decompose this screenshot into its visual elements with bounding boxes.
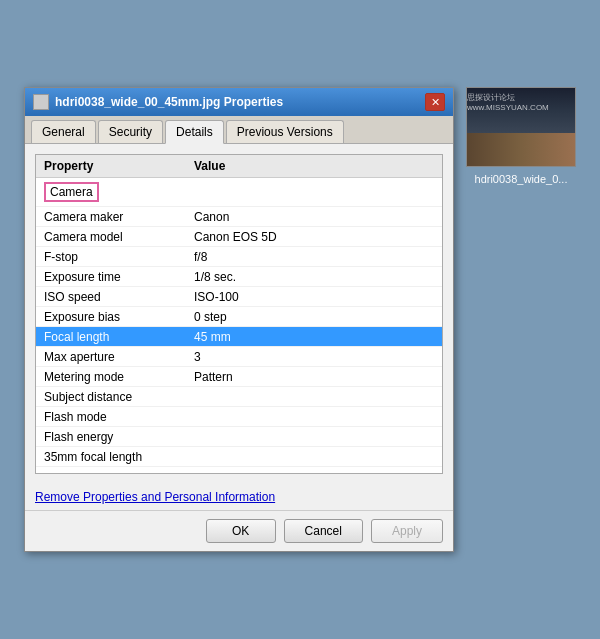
advanced-section-label: Advanced Photo: [44, 471, 434, 474]
row-value: Canon EOS 5D: [194, 230, 434, 244]
row-property: F-stop: [44, 250, 194, 264]
window-title: hdri0038_wide_00_45mm.jpg Properties: [55, 95, 283, 109]
row-property: Camera model: [44, 230, 194, 244]
header-value: Value: [194, 159, 434, 173]
tab-previous-versions[interactable]: Previous Versions: [226, 120, 344, 143]
ok-button[interactable]: OK: [206, 519, 276, 543]
table-header: Property Value: [36, 155, 442, 178]
table-row[interactable]: Subject distance: [36, 387, 442, 407]
cancel-button[interactable]: Cancel: [284, 519, 363, 543]
section-camera: Camera: [36, 178, 442, 207]
table-row[interactable]: F-stop f/8: [36, 247, 442, 267]
remove-properties-link[interactable]: Remove Properties and Personal Informati…: [25, 484, 453, 510]
table-row[interactable]: Camera maker Canon: [36, 207, 442, 227]
table-row[interactable]: Exposure bias 0 step: [36, 307, 442, 327]
row-property: Subject distance: [44, 390, 194, 404]
properties-dialog: hdri0038_wide_00_45mm.jpg Properties ✕ G…: [24, 87, 454, 552]
section-advanced: Advanced Photo: [36, 467, 442, 474]
thumbnail-area: 思探设计论坛 www.MISSYUAN.COM hdri0038_wide_0.…: [466, 87, 576, 185]
camera-section-label: Camera: [44, 182, 99, 202]
row-property: Focal length: [44, 330, 194, 344]
tab-general[interactable]: General: [31, 120, 96, 143]
tab-security[interactable]: Security: [98, 120, 163, 143]
tab-bar: General Security Details Previous Versio…: [25, 116, 453, 144]
table-row[interactable]: Flash energy: [36, 427, 442, 447]
button-row: OK Cancel Apply: [25, 510, 453, 551]
close-button[interactable]: ✕: [425, 93, 445, 111]
row-value: 0 step: [194, 310, 434, 324]
apply-button[interactable]: Apply: [371, 519, 443, 543]
properties-table[interactable]: Property Value Camera Camera maker Canon…: [35, 154, 443, 474]
row-property: Exposure bias: [44, 310, 194, 324]
title-bar: hdri0038_wide_00_45mm.jpg Properties ✕: [25, 88, 453, 116]
row-property: 35mm focal length: [44, 450, 194, 464]
row-property: ISO speed: [44, 290, 194, 304]
row-value: Pattern: [194, 370, 434, 384]
table-row[interactable]: Max aperture 3: [36, 347, 442, 367]
row-property: Max aperture: [44, 350, 194, 364]
row-value: f/8: [194, 250, 434, 264]
watermark: 思探设计论坛 www.MISSYUAN.COM: [467, 92, 571, 112]
table-row[interactable]: Metering mode Pattern: [36, 367, 442, 387]
table-row[interactable]: Flash mode: [36, 407, 442, 427]
thumbnail-label: hdri0038_wide_0...: [475, 173, 568, 185]
row-value: 45 mm: [194, 330, 434, 344]
table-row-selected[interactable]: Focal length 45 mm: [36, 327, 442, 347]
table-row[interactable]: 35mm focal length: [36, 447, 442, 467]
row-value: 3: [194, 350, 434, 364]
row-value: Canon: [194, 210, 434, 224]
table-row[interactable]: Exposure time 1/8 sec.: [36, 267, 442, 287]
table-row[interactable]: ISO speed ISO-100: [36, 287, 442, 307]
row-property: Flash energy: [44, 430, 194, 444]
thumbnail-image: 思探设计论坛 www.MISSYUAN.COM: [466, 87, 576, 167]
row-value: 1/8 sec.: [194, 270, 434, 284]
header-property: Property: [44, 159, 194, 173]
row-value: ISO-100: [194, 290, 434, 304]
row-property: Metering mode: [44, 370, 194, 384]
title-bar-left: hdri0038_wide_00_45mm.jpg Properties: [33, 94, 283, 110]
row-property: Exposure time: [44, 270, 194, 284]
window-icon: [33, 94, 49, 110]
tab-details[interactable]: Details: [165, 120, 224, 144]
row-property: Flash mode: [44, 410, 194, 424]
table-row[interactable]: Camera model Canon EOS 5D: [36, 227, 442, 247]
tab-content: Property Value Camera Camera maker Canon…: [25, 144, 453, 484]
row-property: Camera maker: [44, 210, 194, 224]
